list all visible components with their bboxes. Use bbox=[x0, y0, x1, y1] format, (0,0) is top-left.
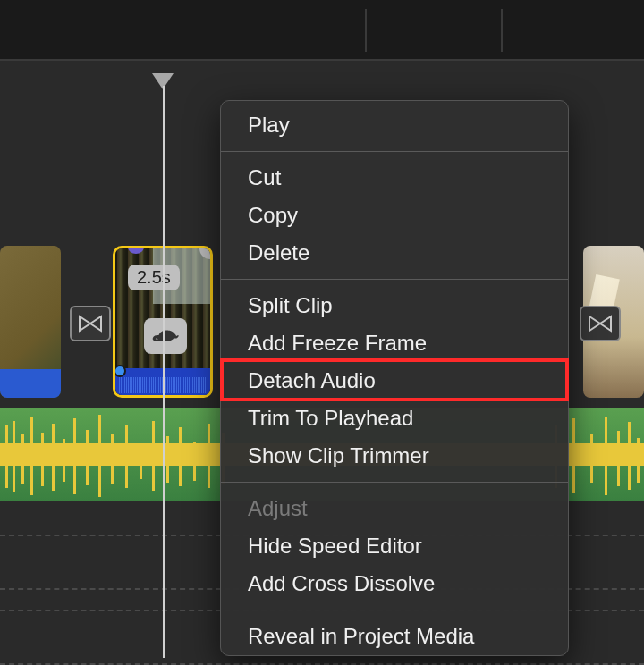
menu-item-play[interactable]: Play bbox=[221, 106, 568, 144]
audio-keyframe[interactable] bbox=[114, 365, 126, 377]
svg-rect-18 bbox=[193, 442, 196, 481]
svg-rect-26 bbox=[628, 422, 631, 490]
menu-item-add-cross-dissolve[interactable]: Add Cross Dissolve bbox=[221, 565, 568, 602]
toolbar-divider bbox=[501, 9, 503, 52]
svg-rect-6 bbox=[41, 433, 44, 486]
svg-rect-3 bbox=[13, 421, 15, 492]
menu-item-show-clip-trimmer[interactable]: Show Clip Trimmer bbox=[221, 437, 568, 475]
menu-item-add-freeze-frame[interactable]: Add Freeze Frame bbox=[221, 324, 568, 362]
svg-rect-12 bbox=[111, 434, 114, 484]
menu-item-hide-speed-editor[interactable]: Hide Speed Editor bbox=[221, 527, 568, 565]
menu-item-trim-to-playhead[interactable]: Trim To Playhead bbox=[221, 400, 568, 437]
video-clip[interactable] bbox=[0, 246, 61, 398]
transition-icon[interactable] bbox=[70, 306, 111, 341]
menu-item-copy[interactable]: Copy bbox=[221, 197, 568, 234]
svg-rect-9 bbox=[73, 418, 76, 494]
menu-separator bbox=[221, 482, 568, 483]
menu-item-detach-audio[interactable]: Detach Audio bbox=[221, 362, 568, 400]
toolbar-divider bbox=[365, 9, 367, 52]
svg-rect-5 bbox=[30, 417, 33, 495]
svg-rect-13 bbox=[125, 425, 128, 488]
svg-rect-2 bbox=[5, 425, 8, 488]
menu-separator bbox=[221, 279, 568, 280]
menu-item-reveal-in-project-media[interactable]: Reveal in Project Media bbox=[221, 618, 568, 655]
svg-rect-24 bbox=[605, 417, 607, 495]
svg-rect-11 bbox=[98, 415, 101, 497]
menu-item-cut[interactable]: Cut bbox=[221, 159, 568, 197]
clip-audio-lane[interactable] bbox=[115, 368, 210, 395]
menu-separator bbox=[221, 151, 568, 152]
svg-rect-27 bbox=[637, 438, 640, 483]
svg-rect-10 bbox=[86, 430, 89, 485]
svg-rect-22 bbox=[572, 418, 575, 493]
menu-item-delete[interactable]: Delete bbox=[221, 234, 568, 272]
svg-rect-8 bbox=[63, 439, 65, 482]
svg-rect-19 bbox=[208, 424, 210, 488]
svg-rect-7 bbox=[52, 424, 55, 491]
transition-icon[interactable] bbox=[580, 306, 621, 341]
top-toolbar bbox=[0, 0, 644, 61]
menu-separator bbox=[221, 610, 568, 610]
svg-rect-16 bbox=[166, 436, 169, 483]
svg-rect-23 bbox=[590, 434, 593, 483]
context-menu: Play Cut Copy Delete Split Clip Add Free… bbox=[220, 100, 569, 656]
svg-rect-15 bbox=[152, 421, 155, 491]
svg-rect-25 bbox=[617, 431, 620, 486]
svg-rect-14 bbox=[140, 443, 142, 479]
clip-duration-badge: 2.5s bbox=[128, 265, 180, 290]
video-clip-selected[interactable]: 2.5s bbox=[113, 246, 213, 398]
menu-item-split-clip[interactable]: Split Clip bbox=[221, 287, 568, 324]
svg-rect-17 bbox=[179, 427, 182, 486]
rabbit-icon bbox=[144, 318, 187, 354]
svg-rect-4 bbox=[21, 434, 24, 484]
menu-item-adjust: Adjust bbox=[221, 490, 568, 527]
